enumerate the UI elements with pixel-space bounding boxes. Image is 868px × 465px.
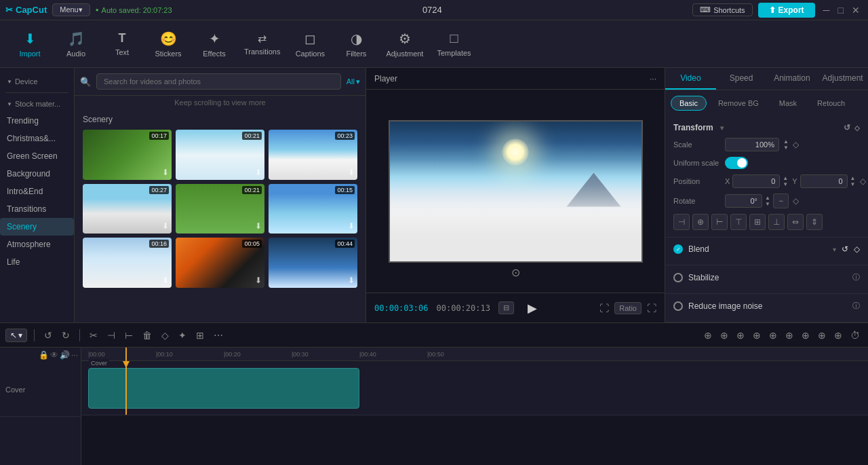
magic-button[interactable]: ✦	[176, 329, 189, 342]
reduce-noise-info-icon[interactable]: ⓘ	[852, 301, 860, 311]
media-thumb-5[interactable]: 00:21 ⬇	[176, 184, 264, 234]
align-spread-v-button[interactable]: ⇕	[806, 214, 823, 230]
stock-section[interactable]: Stock mater...	[0, 96, 74, 112]
play-button[interactable]: ▶	[528, 301, 537, 316]
delete-button[interactable]: 🗑	[140, 329, 155, 342]
export-button[interactable]: ⬆ Export	[758, 3, 815, 18]
tool-templates[interactable]: □ Templates	[437, 31, 471, 57]
stabilize-checkbox[interactable]	[673, 273, 683, 282]
undo-button[interactable]: ↺	[41, 329, 55, 342]
maximize-button[interactable]: □	[835, 5, 846, 16]
shortcuts-button[interactable]: ⌨ Shortcuts	[692, 3, 752, 16]
download-icon-5[interactable]: ⬇	[255, 221, 262, 231]
playback-position-indicator[interactable]: ⊙	[511, 266, 520, 279]
tl-ctrl-1[interactable]: ⊕	[701, 329, 715, 342]
sidebar-item-greenscreen[interactable]: Green Screen	[0, 147, 74, 165]
rotate-input[interactable]	[725, 194, 762, 208]
fullscreen-button[interactable]: ⛶	[647, 303, 656, 314]
tl-ctrl-7[interactable]: ⊕	[799, 329, 812, 342]
download-icon-4[interactable]: ⬇	[162, 221, 169, 231]
search-input[interactable]	[96, 73, 341, 90]
align-left-button[interactable]: ⊣	[673, 214, 690, 230]
pos-x-down[interactable]: ▼	[783, 182, 788, 187]
align-center-v-button[interactable]: ⊞	[749, 214, 766, 230]
sidebar-item-life[interactable]: Life	[0, 253, 74, 271]
scale-keyframe-button[interactable]: ◇	[793, 140, 799, 149]
minimize-button[interactable]: ─	[821, 5, 833, 16]
tl-ctrl-5[interactable]: ⊕	[766, 329, 780, 342]
download-icon-9[interactable]: ⬇	[348, 276, 355, 285]
rotate-minus-button[interactable]: −	[773, 193, 789, 208]
blend-reset-button[interactable]: ↺	[842, 244, 848, 254]
media-thumb-6[interactable]: 00:15 ⬇	[269, 184, 357, 234]
download-icon-3[interactable]: ⬇	[348, 168, 355, 177]
tool-audio[interactable]: 🎵 Audio	[60, 31, 92, 58]
media-thumb-2[interactable]: 00:21 ⬇	[176, 130, 264, 180]
download-icon-2[interactable]: ⬇	[255, 168, 262, 177]
transform-keyframe-button[interactable]: ◇	[854, 124, 860, 132]
align-bottom-button[interactable]: ⊥	[768, 214, 785, 230]
trim-left-button[interactable]: ⊣	[104, 329, 118, 342]
tool-stickers[interactable]: 😊 Stickers	[152, 31, 184, 58]
media-thumb-4[interactable]: 00:27 ⬇	[83, 184, 172, 234]
align-spread-h-button[interactable]: ⇔	[787, 214, 804, 230]
scale-down-button[interactable]: ▼	[783, 145, 789, 151]
tool-adjustment[interactable]: ⚙ Adjustment	[386, 31, 423, 58]
align-right-button[interactable]: ⊢	[711, 214, 728, 230]
tab-adjustment[interactable]: Adjustment	[817, 68, 868, 90]
sidebar-item-scenery[interactable]: Scenery	[0, 218, 74, 236]
tool-effects[interactable]: ✦ Effects	[198, 31, 231, 58]
lock-icon[interactable]: 🔒	[39, 350, 49, 360]
tool-filters[interactable]: ◑ Filters	[340, 31, 372, 58]
scale-input[interactable]	[725, 138, 779, 151]
media-thumb-1[interactable]: 00:17 ⬇	[83, 130, 172, 180]
ratio-button[interactable]: Ratio	[614, 302, 642, 314]
tool-captions[interactable]: ◻ Captions	[294, 31, 326, 58]
pos-x-up[interactable]: ▲	[783, 176, 788, 181]
align-top-button[interactable]: ⊤	[730, 214, 747, 230]
sub-tab-retouch[interactable]: Retouch	[808, 96, 854, 111]
sidebar-item-atmosphere[interactable]: Atmosphere	[0, 236, 74, 253]
blend-checkbox[interactable]	[673, 244, 683, 254]
all-filter-button[interactable]: All ▾	[347, 77, 360, 86]
tab-speed[interactable]: Speed	[716, 68, 767, 90]
align-center-h-button[interactable]: ⊕	[692, 214, 709, 230]
eye-icon[interactable]: 👁	[50, 350, 58, 360]
sub-tab-mask[interactable]: Mask	[770, 96, 806, 111]
split-button[interactable]: ✂	[87, 329, 100, 342]
device-section[interactable]: Device	[0, 73, 74, 90]
download-icon-7[interactable]: ⬇	[162, 276, 169, 285]
sub-tab-removebg[interactable]: Remove BG	[709, 96, 768, 111]
tl-ctrl-9[interactable]: ⊕	[831, 329, 845, 342]
audio-icon-tl[interactable]: 🔊	[60, 350, 70, 360]
sidebar-item-christmas[interactable]: Christmas&...	[0, 130, 74, 147]
fullscreen-crop-button[interactable]: ⛶	[599, 303, 609, 314]
position-keyframe-button[interactable]: ◇	[860, 176, 866, 186]
download-icon-1[interactable]: ⬇	[162, 168, 169, 177]
player-more-button[interactable]: ···	[650, 74, 656, 83]
redo-button[interactable]: ↻	[59, 329, 73, 342]
pos-y-up[interactable]: ▲	[850, 176, 856, 181]
media-thumb-7[interactable]: 00:16 ⬇	[83, 238, 172, 288]
sidebar-item-transitions[interactable]: Transitions	[0, 200, 74, 218]
rotate-down[interactable]: ▼	[765, 202, 770, 207]
media-thumb-3[interactable]: 00:23 ⬇	[269, 130, 357, 180]
sub-tab-basic[interactable]: Basic	[671, 96, 707, 111]
tool-transitions[interactable]: ⇄ Transitions	[244, 32, 280, 56]
blend-keyframe-button[interactable]: ◇	[854, 244, 860, 254]
uniform-scale-toggle[interactable]	[725, 157, 748, 169]
tool-import[interactable]: ⬇ Import	[14, 31, 46, 58]
stabilize-info-icon[interactable]: ⓘ	[852, 272, 860, 282]
rotate-keyframe-button[interactable]: ◇	[793, 196, 799, 206]
trim-right-button[interactable]: ⊢	[122, 329, 136, 342]
media-thumb-8[interactable]: 00:05 ⬇	[176, 238, 264, 288]
keyframe-button[interactable]: ◇	[159, 329, 172, 342]
sidebar-item-trending[interactable]: Trending	[0, 112, 74, 130]
tl-ctrl-6[interactable]: ⊕	[783, 329, 796, 342]
tl-ctrl-4[interactable]: ⊕	[750, 329, 764, 342]
sidebar-item-introend[interactable]: Intro&End	[0, 183, 74, 200]
more-track-icon[interactable]: ···	[71, 350, 78, 360]
tool-text[interactable]: T Text	[106, 31, 138, 56]
rotate-up[interactable]: ▲	[765, 196, 770, 201]
track-area-main[interactable]: Cover	[81, 361, 868, 415]
